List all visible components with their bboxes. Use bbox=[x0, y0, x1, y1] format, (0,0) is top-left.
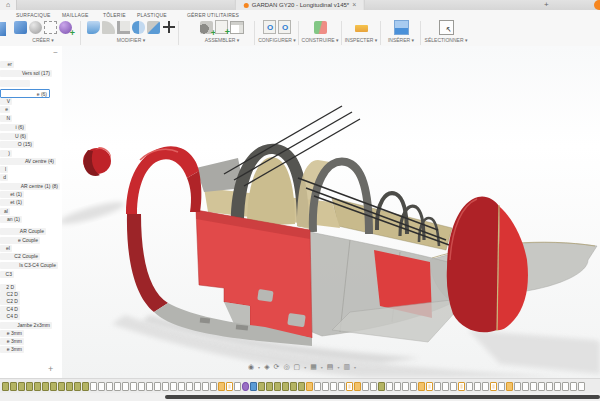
browser-item[interactable]: O (15) bbox=[0, 141, 34, 148]
shell-icon[interactable] bbox=[117, 21, 130, 34]
timeline-feature-icon[interactable] bbox=[186, 382, 193, 391]
timeline-sketch-icon[interactable] bbox=[42, 382, 49, 391]
timeline-sketch-icon[interactable] bbox=[58, 382, 65, 391]
browser-item[interactable]: C4 D bbox=[0, 306, 20, 313]
browser-item[interactable]: d bbox=[0, 174, 8, 181]
timeline-feature-icon[interactable] bbox=[530, 382, 537, 391]
browser-item[interactable]: an (1) bbox=[0, 216, 22, 223]
group-label-sélectionner[interactable]: SÉLECTIONNER ▾ bbox=[422, 37, 470, 43]
configuration-table-icon[interactable] bbox=[278, 20, 291, 34]
new-tab-button[interactable]: + bbox=[544, 0, 549, 10]
timeline-feature-icon[interactable] bbox=[482, 382, 489, 391]
browser-item[interactable]: U (6) bbox=[0, 133, 28, 140]
timeline-scrollbar[interactable] bbox=[165, 395, 600, 399]
ribbon-tab-gérer[interactable]: GÉRER bbox=[187, 12, 206, 18]
viewport-canvas[interactable]: ◉▾◈⟳◎▢▾▦▾▤▾▥▾ bbox=[62, 46, 600, 378]
browser-item[interactable]: i (6) bbox=[0, 124, 26, 131]
display-settings-icon[interactable]: ▦ bbox=[310, 362, 317, 372]
browser-item[interactable]: er bbox=[0, 61, 14, 68]
timeline-feature-icon[interactable] bbox=[90, 382, 97, 391]
timeline-highlight-feature-icon[interactable] bbox=[226, 382, 233, 391]
zoom-icon[interactable]: ◎ bbox=[283, 362, 289, 372]
browser-item[interactable]: e Couple bbox=[0, 237, 40, 244]
timeline-sketch-icon[interactable] bbox=[282, 382, 289, 391]
timeline-sketch-icon[interactable] bbox=[274, 382, 281, 391]
browser-item[interactable]: V bbox=[0, 98, 12, 105]
browser-item[interactable] bbox=[0, 80, 30, 87]
timeline-sketch-icon[interactable] bbox=[18, 382, 25, 391]
timeline-patch-icon[interactable] bbox=[250, 382, 257, 391]
timeline-feature-icon[interactable] bbox=[106, 382, 113, 391]
press-pull-icon[interactable] bbox=[87, 21, 100, 34]
timeline-feature-icon[interactable] bbox=[570, 382, 577, 391]
timeline-feature-icon[interactable] bbox=[386, 382, 393, 391]
timeline-feature-icon[interactable] bbox=[210, 382, 217, 391]
new-component-icon[interactable] bbox=[215, 20, 228, 34]
timeline-feature-icon[interactable] bbox=[538, 382, 545, 391]
timeline-feature-icon[interactable] bbox=[554, 382, 561, 391]
timeline-sketch-icon[interactable] bbox=[34, 382, 41, 391]
construction-plane-icon[interactable] bbox=[314, 21, 327, 34]
timeline-feature-icon[interactable] bbox=[474, 382, 481, 391]
timeline-feature-icon[interactable] bbox=[402, 382, 409, 391]
browser-item[interactable]: AV centre (4) bbox=[0, 158, 56, 165]
timeline-feature-icon[interactable] bbox=[498, 382, 505, 391]
timeline-sketch-icon[interactable] bbox=[50, 382, 57, 391]
sphere-icon[interactable] bbox=[29, 21, 42, 34]
boundary-fill-icon[interactable] bbox=[44, 21, 57, 34]
timeline-selected-feature-icon[interactable] bbox=[506, 382, 513, 391]
browser-item[interactable]: C2 D bbox=[0, 298, 20, 305]
browser-item[interactable]: ) bbox=[0, 150, 12, 157]
timeline-feature-icon[interactable] bbox=[202, 382, 209, 391]
timeline-highlight-feature-icon[interactable] bbox=[346, 382, 353, 391]
timeline-feature-icon[interactable] bbox=[162, 382, 169, 391]
browser-item[interactable]: e 3mm bbox=[0, 338, 24, 345]
timeline-feature-icon[interactable] bbox=[146, 382, 153, 391]
fillet-icon[interactable] bbox=[102, 21, 115, 34]
timeline-feature-icon[interactable] bbox=[442, 382, 449, 391]
group-label-construire[interactable]: CONSTRUIRE ▾ bbox=[299, 37, 341, 43]
loft-icon[interactable] bbox=[14, 21, 27, 34]
timeline-feature-icon[interactable] bbox=[562, 382, 569, 391]
measure-icon[interactable] bbox=[355, 25, 368, 32]
browser-collapse-icon[interactable]: − bbox=[53, 48, 58, 57]
timeline-selected-feature-icon[interactable] bbox=[218, 382, 225, 391]
orbit-icon[interactable]: ◉ bbox=[248, 362, 254, 372]
timeline-feature-icon[interactable] bbox=[578, 382, 585, 391]
timeline-feature-icon[interactable] bbox=[234, 382, 241, 391]
group-label-assembler[interactable]: ASSEMBLER ▾ bbox=[190, 37, 254, 43]
group-label-modifier[interactable]: MODIFIER ▾ bbox=[84, 37, 178, 43]
timeline-feature-icon[interactable] bbox=[170, 382, 177, 391]
timeline-sketch-icon[interactable] bbox=[66, 382, 73, 391]
browser-item[interactable]: ls C3-C4 Couple bbox=[0, 262, 58, 269]
timeline-highlight-feature-icon[interactable] bbox=[490, 382, 497, 391]
ribbon-tab-surfacique[interactable]: SURFACIQUE bbox=[16, 12, 51, 18]
group-label-insérer[interactable]: INSÉRER ▾ bbox=[382, 37, 420, 43]
timeline-feature-icon[interactable] bbox=[466, 382, 473, 391]
timeline-feature-icon[interactable] bbox=[522, 382, 529, 391]
move-icon[interactable] bbox=[162, 21, 175, 34]
combine-icon[interactable] bbox=[132, 21, 145, 34]
group-label-configurer[interactable]: CONFIGURER ▾ bbox=[256, 37, 298, 43]
timeline-feature-icon[interactable] bbox=[98, 382, 105, 391]
timeline-sketch-icon[interactable] bbox=[74, 382, 81, 391]
timeline-sketch-icon[interactable] bbox=[258, 382, 265, 391]
timeline-feature-icon[interactable] bbox=[130, 382, 137, 391]
timeline-feature-icon[interactable] bbox=[330, 382, 337, 391]
browser-item[interactable]: el bbox=[0, 245, 12, 252]
timeline-sketch-icon[interactable] bbox=[378, 382, 385, 391]
timeline-selected-feature-icon[interactable] bbox=[418, 382, 425, 391]
timeline-highlight-feature-icon[interactable] bbox=[458, 382, 465, 391]
timeline-sketch-icon[interactable] bbox=[26, 382, 33, 391]
ribbon-tab-tôlerie[interactable]: TÔLERIE bbox=[103, 12, 126, 18]
browser-item[interactable]: N bbox=[0, 115, 12, 122]
ribbon-tab-maillage[interactable]: MAILLAGE bbox=[62, 12, 89, 18]
browser-item[interactable]: C2 D bbox=[0, 291, 20, 298]
timeline-feature-icon[interactable] bbox=[194, 382, 201, 391]
browser-item[interactable]: 2 D bbox=[0, 284, 16, 291]
browser-item[interactable]: e bbox=[0, 106, 10, 113]
timeline-selected-feature-icon[interactable] bbox=[354, 382, 361, 391]
timeline-feature-icon[interactable] bbox=[394, 382, 401, 391]
timeline-sketch-icon[interactable] bbox=[266, 382, 273, 391]
configuration-icon[interactable] bbox=[263, 20, 276, 34]
